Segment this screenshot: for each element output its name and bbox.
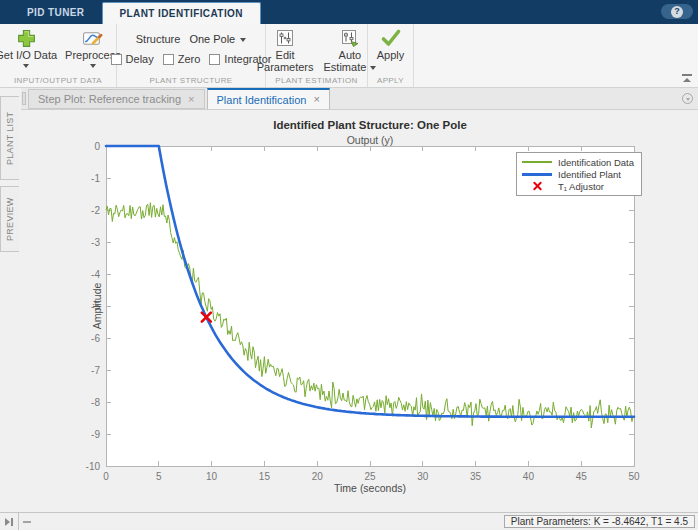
delay-checkbox[interactable]: Delay (111, 53, 154, 65)
checkbox-box (163, 54, 174, 65)
doc-tab-plant-identification[interactable]: Plant Identification × (207, 88, 330, 109)
legend-entry-t1-adjustor: T₁ Adjustor (522, 180, 634, 192)
legend[interactable]: Identification Data Identified Plant T₁ … (516, 152, 642, 196)
checkbox-box (111, 54, 122, 65)
sidebar-tab-plant-list[interactable]: PLANT LIST (0, 96, 19, 180)
ribbon-tab-pid-tuner[interactable]: PID TUNER (10, 0, 102, 24)
chart-subtitle: Output (y) (347, 134, 394, 146)
x-tick-label: 0 (103, 471, 109, 482)
legend-entry-identified-plant: Identified Plant (522, 168, 634, 180)
status-bar: Plant Parameters: K = -8.4642, T1 = 4.5 (0, 512, 698, 530)
y-tick-label: 0 (94, 141, 100, 152)
dropdown-arrow-icon (23, 64, 29, 68)
ribbon-tab-plant-identification[interactable]: PLANT IDENTIFICATION (102, 2, 261, 24)
x-tick-label: 35 (470, 471, 482, 482)
statusbar-expand-icon[interactable] (0, 513, 19, 530)
collapse-toolstrip-icon[interactable] (682, 74, 692, 82)
edit-parameters-button[interactable]: Edit Parameters (257, 24, 314, 73)
document-tab-bar: Step Plot: Reference tracking × Plant Id… (21, 88, 698, 110)
zero-checkbox[interactable]: Zero (163, 53, 201, 65)
statusbar-grip (23, 521, 31, 523)
tab-actions-icon[interactable] (682, 93, 693, 104)
x-tick-label: 40 (523, 471, 535, 482)
structure-dropdown[interactable]: One Pole (189, 33, 246, 45)
apply-button[interactable]: Apply (377, 24, 405, 61)
y-tick-label: -3 (91, 237, 100, 248)
x-tick-label: 20 (312, 471, 324, 482)
ribbon-tab-strip: PID TUNER PLANT IDENTIFICATION ? (0, 0, 698, 24)
legend-line-sample (522, 161, 552, 162)
x-axis-label: Time (seconds) (334, 482, 406, 494)
get-io-data-button[interactable]: Get I/O Data (0, 24, 57, 68)
y-tick-label: -9 (91, 429, 100, 440)
structure-label: Structure (136, 33, 181, 45)
y-axis-label: Amplitude (91, 283, 103, 330)
edit-parameters-icon (273, 27, 297, 49)
help-button[interactable]: ? (661, 4, 693, 19)
add-data-icon (14, 27, 38, 49)
x-tick-label: 15 (259, 471, 271, 482)
x-tick-label: 5 (156, 471, 162, 482)
sidebar-tab-preview[interactable]: PREVIEW (0, 186, 19, 252)
y-tick-label: -4 (91, 269, 100, 280)
doc-tab-step-plot[interactable]: Step Plot: Reference tracking × (28, 89, 205, 109)
group-label-plant-structure: PLANT STRUCTURE (117, 76, 265, 85)
y-tick-label: -2 (91, 205, 100, 216)
checkbox-box (209, 54, 220, 65)
y-tick-label: -7 (91, 365, 100, 376)
left-panel-strip: PLANT LIST PREVIEW (0, 88, 21, 512)
y-tick-label: -6 (91, 333, 100, 344)
auto-estimate-icon (338, 27, 362, 49)
x-tick-label: 50 (628, 471, 640, 482)
x-marker-icon (533, 182, 542, 191)
panel-grip (22, 92, 26, 105)
group-input-output-data: Get I/O Data Preprocess (0, 24, 117, 87)
figure-area: 051015202530354045500-1-2-3-4-5-6-7-8-9-… (21, 110, 698, 512)
pid-tuner-app: PID TUNER PLANT IDENTIFICATION ? Get I/O… (0, 0, 698, 530)
group-label-apply: APPLY (368, 76, 413, 85)
y-tick-label: -10 (86, 461, 101, 472)
structure-value: One Pole (189, 33, 235, 45)
dropdown-arrow-icon (90, 64, 96, 68)
plant-parameters-box: Plant Parameters: K = -8.4642, T1 = 4.5 (504, 515, 695, 528)
y-tick-label: -1 (91, 173, 100, 184)
x-tick-label: 30 (417, 471, 429, 482)
chart-title: Identified Plant Structure: One Pole (273, 119, 467, 131)
close-icon[interactable]: × (188, 94, 194, 105)
group-apply: Apply APPLY (368, 24, 414, 87)
group-label-input-output-data: INPUT/OUTPUT DATA (0, 76, 116, 85)
toolstrip: Get I/O Data Preprocess (0, 24, 698, 88)
y-tick-label: -8 (91, 397, 100, 408)
group-label-plant-estimation: PLANT ESTIMATION (266, 76, 367, 85)
x-tick-label: 10 (206, 471, 218, 482)
x-tick-label: 45 (576, 471, 588, 482)
group-plant-structure: Structure One Pole Delay Zero Integrato (117, 24, 266, 87)
apply-check-icon (379, 27, 403, 49)
legend-entry-identification-data: Identification Data (522, 156, 634, 168)
close-icon[interactable]: × (313, 94, 319, 105)
x-tick-label: 25 (364, 471, 376, 482)
group-plant-estimation: Edit Parameters Auto (266, 24, 368, 87)
legend-line-sample (522, 173, 552, 176)
preprocess-icon (81, 27, 105, 49)
dropdown-arrow-icon (240, 38, 246, 42)
help-icon: ? (671, 6, 683, 18)
